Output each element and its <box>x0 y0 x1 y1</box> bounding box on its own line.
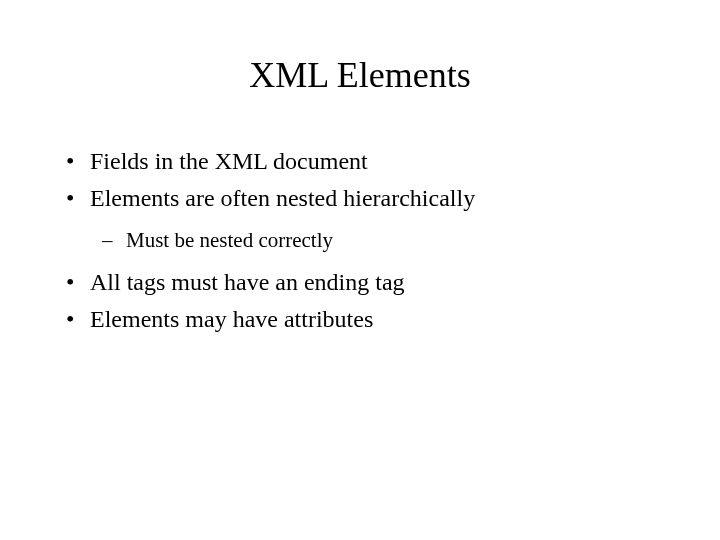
bullet-text: Elements may have attributes <box>90 306 373 332</box>
bullet-list: All tags must have an ending tag Element… <box>60 265 660 337</box>
bullet-text: Fields in the XML document <box>90 148 368 174</box>
bullet-item: Elements are often nested hierarchically <box>60 181 660 216</box>
slide-title: XML Elements <box>60 54 660 96</box>
sub-bullet-list: Must be nested correctly <box>60 226 660 255</box>
bullet-item: Fields in the XML document <box>60 144 660 179</box>
bullet-item: Elements may have attributes <box>60 302 660 337</box>
slide: XML Elements Fields in the XML document … <box>0 0 720 540</box>
bullet-text: All tags must have an ending tag <box>90 269 405 295</box>
sub-bullet-item: Must be nested correctly <box>60 226 660 255</box>
bullet-item: All tags must have an ending tag <box>60 265 660 300</box>
bullet-list: Fields in the XML document Elements are … <box>60 144 660 216</box>
bullet-text: Elements are often nested hierarchically <box>90 185 475 211</box>
sub-bullet-text: Must be nested correctly <box>126 228 333 252</box>
